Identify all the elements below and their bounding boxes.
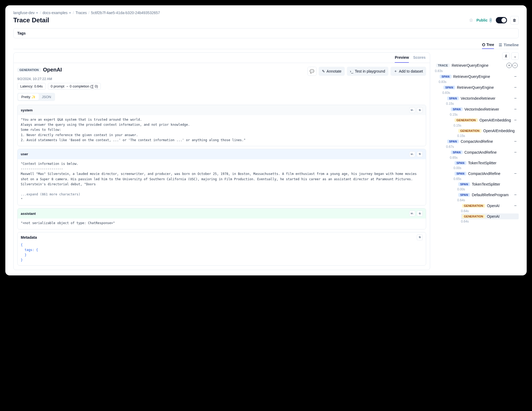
comment-icon: 💬	[310, 69, 314, 73]
markdown-button[interactable]: M↓	[409, 151, 415, 157]
copy-button[interactable]: ⧉	[417, 107, 423, 113]
collapse-icon[interactable]: −	[513, 139, 518, 144]
tree-badge: SPAN	[455, 161, 466, 165]
tree-time: 0.15s	[457, 134, 519, 138]
breadcrumb-separator: /	[40, 11, 41, 15]
link-icon: 🔗	[488, 18, 493, 23]
tree-badge: SPAN	[451, 150, 463, 154]
metadata-label: Metadata	[21, 235, 37, 240]
tab-scores[interactable]: Scores	[413, 53, 426, 63]
terminal-icon: ›_	[350, 69, 353, 73]
tree-name: DefaultRefineProgram	[472, 193, 509, 197]
message-body: "You are an expert Q&A system that is tr…	[18, 115, 426, 146]
public-label: Public🔗	[476, 18, 493, 22]
tree-item[interactable]: SPANVectorIndexRetriever−0.15s	[435, 95, 519, 106]
tree-badge: SPAN	[447, 97, 459, 100]
tab-tree[interactable]: ⌬Tree	[482, 41, 494, 49]
chevron-down-icon: ▼	[69, 11, 71, 14]
copy-button[interactable]: ⧉	[417, 211, 423, 216]
collapse-icon[interactable]: −	[513, 74, 518, 79]
timeline-icon: ☰	[499, 43, 502, 47]
tree-name: VectorIndexRetriever	[464, 107, 499, 111]
star-icon[interactable]: ☆	[469, 17, 473, 23]
tags-box[interactable]: Tags	[13, 28, 519, 38]
delete-button[interactable]: 🗑	[510, 16, 519, 24]
plus-icon: ＋	[394, 69, 397, 74]
public-toggle[interactable]	[496, 17, 507, 23]
collapse-icon[interactable]: −	[513, 118, 518, 123]
tree-name: CompactAndRefine	[464, 150, 497, 154]
format-pretty[interactable]: Pretty ✨	[18, 94, 39, 100]
message-role: user	[21, 152, 28, 156]
tab-preview[interactable]: Preview	[395, 53, 409, 63]
tree-badge: SPAN	[443, 86, 455, 89]
generation-name: OpenAI	[43, 67, 62, 73]
tree-item[interactable]: GENERATIONOpenAI0.64s	[435, 213, 519, 223]
tree-badge: SPAN	[458, 193, 470, 197]
tree-item[interactable]: SPANCompactAndRefine−0.65s	[435, 170, 519, 181]
add-dataset-button[interactable]: ＋Add to dataset	[390, 67, 426, 76]
tree-icon: ⌬	[482, 43, 485, 47]
breadcrumb-section[interactable]: Traces	[76, 11, 87, 15]
tree-name: RetrieverQueryEngine	[453, 74, 490, 79]
collapse-icon[interactable]: −	[513, 107, 518, 112]
tree-item[interactable]: GENERATIONOpenAI−0.64s	[435, 203, 519, 213]
tree-item[interactable]: SPANRetrieverQueryEngine−0.83s	[435, 73, 519, 84]
tree-item[interactable]: GENERATIONOpenAIEmbedding0.15s	[435, 128, 519, 138]
tree-item[interactable]: SPANDefaultRefineProgram−0.64s	[435, 192, 519, 202]
detail-panel: Preview Scores GENERATION OpenAI 💬 ✎Anno…	[13, 52, 430, 270]
collapse-icon[interactable]: −	[513, 192, 518, 197]
tree-badge: GENERATION	[462, 204, 485, 208]
tree-item[interactable]: SPANRetrieverQueryEngine−0.83s	[435, 84, 519, 95]
breadcrumb-project[interactable]: langfuse-dev ▼	[13, 11, 38, 15]
tree-badge: GENERATION	[458, 129, 481, 133]
collapse-button[interactable]: ⌄	[511, 52, 519, 60]
tree-name: OpenAI	[487, 214, 500, 219]
copy-button[interactable]: ⧉	[417, 234, 423, 240]
tree-time: 0.67s	[446, 145, 519, 149]
breadcrumb-id: 5c6f2b7f-4ae5-41da-b320-24b493532657	[91, 11, 160, 15]
format-json[interactable]: JSON	[39, 94, 55, 100]
tree-badge: GENERATION	[462, 215, 485, 218]
tree-name: OpenAIEmbedding	[483, 129, 515, 133]
collapse-icon[interactable]: −	[513, 96, 518, 101]
tree-time: 0.00s	[454, 166, 519, 170]
generation-tag: GENERATION	[17, 68, 41, 72]
collapse-icon[interactable]: −	[513, 203, 518, 208]
tree-time: 0.83s	[439, 80, 519, 84]
collapse-icon[interactable]: −	[513, 171, 518, 176]
collapse-icon: ⌄	[514, 54, 517, 58]
tree-item[interactable]: SPANCompactAndRefine−0.67s	[435, 138, 519, 149]
collapse-all-button[interactable]: −	[512, 63, 518, 68]
tree-name: RetrieverQueryEngine	[457, 85, 494, 90]
markdown-button[interactable]: M↓	[409, 107, 415, 113]
expand-all-button[interactable]: +	[506, 63, 512, 68]
tree-badge: SPAN	[458, 182, 470, 186]
tree-item[interactable]: SPANTokenTextSplitter0.00s	[435, 160, 519, 170]
breadcrumb-folder[interactable]: docs-examples ▼	[43, 11, 71, 15]
format-toggle: Pretty ✨ JSON	[17, 93, 55, 101]
tab-timeline[interactable]: ☰Timeline	[499, 41, 519, 49]
metadata-body: { tags: { } }	[18, 242, 426, 266]
collapse-icon[interactable]: −	[513, 85, 518, 90]
markdown-button[interactable]: M↓	[409, 211, 415, 216]
copy-button[interactable]: ⧉	[417, 151, 423, 157]
tree-item[interactable]: GENERATIONOpenAIEmbedding−0.15s	[435, 117, 519, 127]
test-playground-button[interactable]: ›_Test in playground	[347, 67, 388, 76]
collapse-icon[interactable]: −	[513, 150, 518, 155]
metadata-block: Metadata ⧉ { tags: { } }	[17, 232, 426, 266]
tree-item[interactable]: SPANTokenTextSplitter0.00s	[435, 181, 519, 191]
latency-pill: Latency: 0.64s	[17, 83, 46, 90]
tree-item[interactable]: SPANVectorIndexRetriever−0.15s	[435, 106, 519, 116]
tree-time: 0.64s	[461, 220, 519, 223]
tree-item[interactable]: TRACERetrieverQueryEngine+−0.83s	[435, 62, 519, 73]
badge-button[interactable]: 🎗	[502, 52, 510, 60]
tree-item[interactable]: SPANCompactAndRefine−0.65s	[435, 149, 519, 160]
comment-button[interactable]: 💬	[307, 67, 317, 76]
annotate-button[interactable]: ✎Annotate	[319, 67, 345, 76]
message-role: system	[21, 108, 33, 112]
expand-link[interactable]: ...expand (861 more characters)	[21, 192, 80, 196]
tree-time: 0.15s	[450, 113, 519, 116]
page-title: Trace Detail	[13, 16, 49, 24]
tree-badge: TRACE	[436, 64, 450, 67]
